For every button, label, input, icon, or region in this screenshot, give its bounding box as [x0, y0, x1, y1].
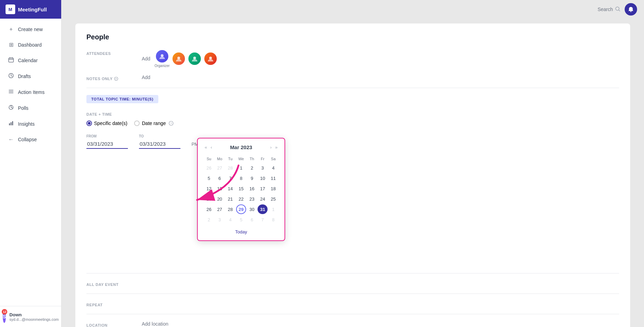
calendar-day[interactable]: 7 — [258, 215, 268, 224]
calendar-day[interactable]: 6 — [215, 173, 225, 183]
cal-day-header: Fr — [258, 155, 268, 162]
calendar-day[interactable]: 20 — [215, 194, 225, 204]
calendar-week-row: 2627282930311 — [204, 204, 278, 214]
calendar-day[interactable]: 1 — [236, 163, 246, 173]
from-date-input[interactable] — [86, 140, 128, 149]
calendar-day[interactable]: 5 — [236, 215, 246, 224]
logo-icon: M — [6, 4, 15, 14]
search-bar[interactable]: Search — [598, 6, 620, 13]
calendar-day[interactable]: 19 — [204, 194, 214, 204]
polls-icon — [8, 105, 15, 112]
calendar-day[interactable]: 16 — [247, 184, 257, 193]
calendar-day[interactable]: 28 — [225, 204, 235, 214]
logo-bar: M MeetingFull — [0, 0, 61, 19]
sidebar: M MeetingFull + Create new ⊞ Dashboard C… — [0, 0, 62, 327]
dashboard-icon: ⊞ — [8, 41, 15, 48]
calendar-day[interactable]: 18 — [268, 184, 278, 193]
prev-year-button[interactable]: « — [203, 144, 208, 151]
calendar-day[interactable]: 10 — [258, 173, 268, 183]
calendar-day[interactable]: 17 — [258, 184, 268, 193]
calendar-day[interactable]: 3 — [215, 215, 225, 224]
plus-icon: + — [8, 26, 15, 32]
app-name: MeetingFull — [18, 7, 47, 12]
add-attendee-link[interactable]: Add — [142, 56, 150, 61]
calendar-day[interactable]: 4 — [225, 215, 235, 224]
calendar-day[interactable]: 8 — [236, 173, 246, 183]
calendar-day[interactable]: 6 — [247, 215, 257, 224]
sidebar-item-action-items[interactable]: Action Items — [2, 85, 59, 100]
date-radio-row: Specific date(s) Date range ? — [86, 121, 174, 126]
sidebar-item-drafts[interactable]: Drafts — [2, 69, 59, 84]
divider-4 — [86, 314, 619, 314]
calendar-day[interactable]: 28 — [225, 163, 235, 173]
divider-1 — [86, 88, 619, 88]
calendar-day[interactable]: 3 — [258, 163, 268, 173]
calendar-day[interactable]: 5 — [204, 173, 214, 183]
svg-rect-10 — [12, 121, 13, 125]
all-day-label: ALL DAY EVENT — [86, 280, 142, 287]
calendar-day[interactable]: 13 — [215, 184, 225, 193]
calendar-day[interactable]: 4 — [268, 163, 278, 173]
calendar-day[interactable]: 2 — [247, 163, 257, 173]
to-date-input[interactable] — [139, 140, 180, 149]
sidebar-item-calendar[interactable]: Calendar — [2, 53, 59, 68]
sidebar-item-polls[interactable]: Polls — [2, 100, 59, 116]
calendar-day[interactable]: 27 — [215, 163, 225, 173]
add-location-link[interactable]: Add location — [142, 321, 168, 327]
sidebar-item-collapse[interactable]: ← Collapse — [2, 132, 59, 147]
divider-3 — [86, 294, 619, 294]
svg-rect-0 — [9, 58, 13, 62]
avatar-2 — [172, 52, 186, 66]
calendar-day[interactable]: 31 — [258, 204, 268, 214]
calendar-day[interactable]: 27 — [215, 204, 225, 214]
calendar-day[interactable]: 9 — [247, 173, 257, 183]
svg-point-13 — [631, 11, 632, 12]
next-month-button[interactable]: › — [269, 144, 273, 151]
calendar-nav-prev: « ‹ — [203, 144, 214, 151]
drafts-label: Drafts — [18, 74, 31, 79]
calendar-day[interactable]: 26 — [204, 163, 214, 173]
svg-point-17 — [209, 57, 212, 59]
repeat-label: REPEAT — [86, 301, 142, 307]
notification-button[interactable] — [625, 3, 637, 16]
add-notes-link[interactable]: Add — [142, 75, 150, 80]
calendar-month-year: Mar 2023 — [230, 144, 252, 150]
organizer-label: Organizer — [155, 64, 170, 68]
calendar-week-row: 2627281234 — [204, 163, 278, 173]
calendar-day[interactable]: 29 — [236, 204, 246, 214]
calendar-day[interactable]: 30 — [247, 204, 257, 214]
calendar-days-header: SuMoTuWeThFrSa — [204, 155, 278, 162]
calendar-day[interactable]: 21 — [225, 194, 235, 204]
prev-month-button[interactable]: ‹ — [209, 144, 213, 151]
calendar-day[interactable]: 11 — [268, 173, 278, 183]
calendar-day[interactable]: 14 — [225, 184, 235, 193]
to-field: TO — [139, 134, 180, 149]
sidebar-item-create-new[interactable]: + Create new — [2, 22, 59, 37]
attendees-avatars: Organizer — [155, 49, 217, 68]
dashboard-label: Dashboard — [18, 42, 42, 48]
today-link[interactable]: Today — [235, 229, 247, 234]
calendar-day[interactable]: 12 — [204, 184, 214, 193]
sidebar-item-dashboard[interactable]: ⊞ Dashboard — [2, 37, 59, 52]
date-range-radio[interactable] — [134, 121, 140, 126]
search-text: Search — [598, 7, 613, 12]
user-avatar[interactable]: S 12 — [3, 310, 6, 323]
collapse-icon: ← — [8, 136, 15, 143]
calendar-day[interactable]: 24 — [258, 194, 268, 204]
calendar-day[interactable]: 8 — [268, 215, 278, 224]
specific-dates-option[interactable]: Specific date(s) — [86, 121, 127, 126]
sidebar-item-insights[interactable]: Insights — [2, 116, 59, 132]
calendar-day[interactable]: 25 — [268, 194, 278, 204]
calendar-day[interactable]: 26 — [204, 204, 214, 214]
specific-dates-radio[interactable] — [86, 121, 92, 126]
calendar-day[interactable]: 22 — [236, 194, 246, 204]
calendar-day[interactable]: 2 — [204, 215, 214, 224]
calendar-day[interactable]: 15 — [236, 184, 246, 193]
date-time-label: DATE + TIME — [86, 110, 142, 116]
next-year-button[interactable]: » — [274, 144, 279, 151]
calendar-day[interactable]: 1 — [268, 204, 278, 214]
calendar-day[interactable]: 7 — [225, 173, 235, 183]
date-range-option[interactable]: Date range ? — [134, 121, 173, 126]
calendar-day[interactable]: 23 — [247, 194, 257, 204]
notification-badge: 12 — [2, 309, 7, 315]
